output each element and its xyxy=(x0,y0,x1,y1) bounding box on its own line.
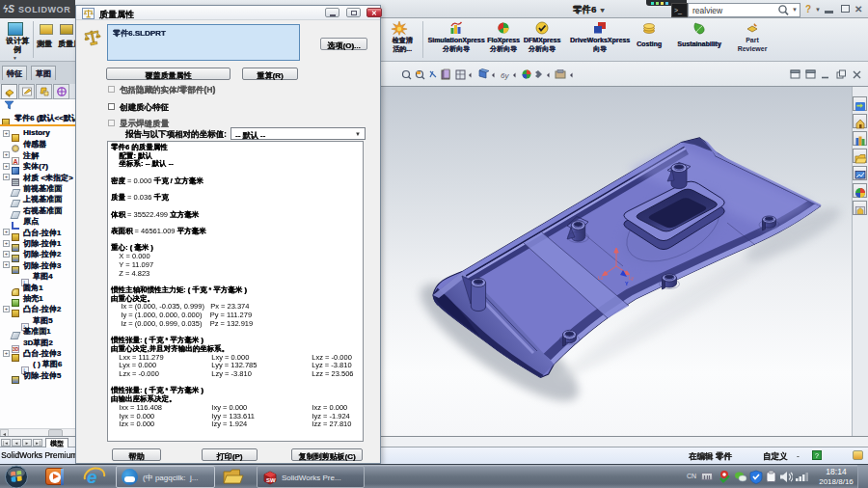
svg-text:SW: SW xyxy=(266,477,276,483)
svg-text:Y: Y xyxy=(625,281,629,286)
svg-text:Lx: Lx xyxy=(598,275,604,281)
svg-text:6y: 6y xyxy=(501,71,509,80)
svg-text:Ly: Ly xyxy=(629,275,635,281)
